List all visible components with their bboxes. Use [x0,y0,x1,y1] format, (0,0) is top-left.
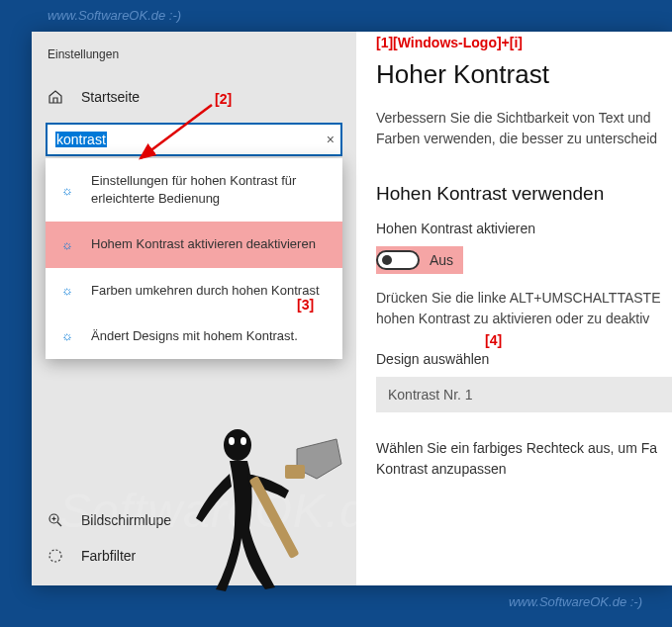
search-result-label: Ändert Designs mit hohem Kontrast. [91,327,298,345]
brightness-icon: ☼ [59,283,75,298]
search-results-dropdown: ☼ Einstellungen für hohen Kontrast für e… [46,158,342,359]
nav-colorfilter-label: Farbfilter [81,548,136,564]
high-contrast-toggle[interactable] [376,250,420,270]
magnifier-icon [48,512,63,528]
toggle-label: Hohen Kontrast aktivieren [376,221,672,236]
design-label: Design auswählen [376,351,672,367]
watermark-top: www.SoftwareOK.de :-) [48,8,181,23]
footer-text: Wählen Sie ein farbiges Rechteck aus, um… [376,438,672,480]
section-heading: Hohen Kontrast verwenden [376,183,672,205]
search-result-label: Einstellungen für hohen Kontrast für erl… [91,172,329,208]
watermark-bottom: www.SoftwareOK.de :-) [509,594,642,609]
colorfilter-icon [48,548,63,564]
nav-colorfilter[interactable]: Farbfilter [32,538,356,574]
page-heading: Hoher Kontrast [376,59,672,90]
home-icon [48,89,63,105]
app-title: Einstellungen [32,44,356,79]
svg-point-6 [49,550,61,562]
search-result-label: Farben umkehren durch hohen Kontrast [91,282,320,300]
page-description: Verbessern Sie die Sichtbarkeit von Text… [376,108,672,149]
search-result-0[interactable]: ☼ Einstellungen für hohen Kontrast für e… [46,158,342,222]
toggle-knob [382,255,392,265]
brightness-icon: ☼ [59,237,75,252]
nav-home[interactable]: Startseite [32,79,356,115]
toggle-row: Aus [376,246,463,274]
settings-window: Einstellungen Startseite kontrast × ☼ Ei… [32,32,672,585]
content-pane: Hoher Kontrast Verbessern Sie die Sichtb… [356,32,672,585]
search-clear-icon[interactable]: × [327,132,335,147]
brightness-icon: ☼ [59,183,75,198]
search-result-label: Hohem Kontrast aktivieren deaktivieren [91,235,316,253]
nav-magnifier-label: Bildschirmlupe [81,512,171,528]
nav-home-label: Startseite [81,89,140,105]
design-dropdown[interactable]: Kontrast Nr. 1 [376,377,672,412]
search-result-2[interactable]: ☼ Farben umkehren durch hohen Kontrast [46,268,342,314]
brightness-icon: ☼ [59,328,75,343]
keyboard-hint: Drücken Sie die linke ALT+UMSCHALTTASTE … [376,288,672,329]
svg-line-3 [57,522,61,526]
search-result-1[interactable]: ☼ Hohem Kontrast aktivieren deaktivieren [46,222,342,267]
search-result-3[interactable]: ☼ Ändert Designs mit hohem Kontrast. [46,314,342,359]
nav-magnifier[interactable]: Bildschirmlupe [32,502,356,538]
toggle-state-text: Aus [430,252,453,268]
search-container: kontrast × ☼ Einstellungen für hohen Kon… [46,123,342,156]
sidebar: Einstellungen Startseite kontrast × ☼ Ei… [32,32,356,585]
search-input[interactable]: kontrast [46,123,342,156]
